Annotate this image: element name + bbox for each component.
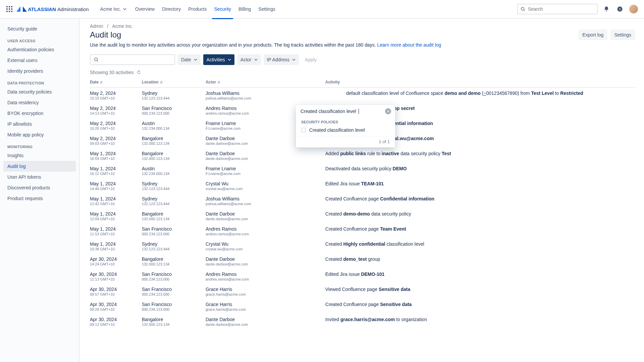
cell-actor: Fname LnameF.Lname@acme.com bbox=[206, 163, 325, 178]
sidebar: Security guide USER ACCESSAuthentication… bbox=[0, 19, 80, 362]
nav-tab-products[interactable]: Products bbox=[185, 5, 210, 13]
sidebar-item-byok-encryption[interactable]: BYOK encryption bbox=[0, 108, 79, 119]
cell-date: May 2, 202415:10 GMT+10 bbox=[90, 87, 142, 103]
sidebar-item-mobile-app-policy[interactable]: Mobile app policy bbox=[0, 129, 79, 140]
table-row[interactable]: Apr 30, 202414:24 GMT+10Bangalore132.000… bbox=[90, 254, 635, 269]
sidebar-item-data-security-policies[interactable]: Data security policies bbox=[0, 86, 79, 97]
col-location[interactable]: Location⇵ bbox=[142, 77, 206, 87]
filter-actor[interactable]: Actor bbox=[237, 54, 261, 65]
sidebar-item-identity-providers[interactable]: Identity providers bbox=[0, 66, 79, 76]
nav-tab-overview[interactable]: Overview bbox=[132, 5, 158, 13]
notifications-icon[interactable] bbox=[602, 5, 610, 13]
breadcrumb-org[interactable]: Acme Inc. bbox=[112, 23, 133, 29]
table-row[interactable]: May 1, 202414:48 GMT+10Sydney132.123.123… bbox=[90, 178, 635, 193]
cell-location: San Francisco000.234.123.000 bbox=[142, 103, 206, 118]
cell-actor: Dante Darboedante.darboe@acme.com bbox=[206, 254, 325, 269]
activities-search-input[interactable] bbox=[300, 108, 360, 114]
filter-ip[interactable]: IP Address bbox=[264, 54, 299, 65]
table-row[interactable]: May 1, 202416:59 GMT+10Bangalore132.000.… bbox=[90, 148, 635, 163]
cell-actor: Crystal Wucrystal.wu@acme.com bbox=[206, 178, 325, 193]
cell-activity: Added public links rule to inactive data… bbox=[325, 148, 635, 163]
table-row[interactable]: May 1, 202412:04 GMT+10Bangalore132.000.… bbox=[90, 208, 635, 224]
table-row[interactable]: Apr 30, 202409:57 GMT+10San Francisco000… bbox=[90, 284, 635, 299]
cell-activity: Created Confluence page Team Event bbox=[325, 224, 635, 239]
cell-actor: Dante Darboedante.darboe@acme.com bbox=[206, 148, 325, 163]
cell-activity: Edited Jira issue TEAM-101 bbox=[325, 178, 635, 193]
nav-tab-settings[interactable]: Settings bbox=[255, 5, 279, 13]
sidebar-item-data-residency[interactable]: Data residency bbox=[0, 97, 79, 108]
sidebar-item-ip-allowlists[interactable]: IP allowlists bbox=[0, 119, 79, 129]
table-row[interactable]: Apr 30, 202411:13 GMT+10San Francisco000… bbox=[90, 269, 635, 284]
cell-activity: Deactivated data security policy DEMO bbox=[325, 163, 635, 178]
settings-button[interactable]: Settings bbox=[610, 29, 635, 40]
cell-location: Sydney132.123.123.444 bbox=[142, 193, 206, 208]
brand-text: ATLASSIAN Administration bbox=[28, 6, 89, 12]
table-row[interactable]: Apr 30, 202409:28 GMT+10San Francisco000… bbox=[90, 299, 635, 314]
cell-location: San Francisco000.234.123.000 bbox=[142, 284, 206, 299]
sidebar-item-product-requests[interactable]: Product requests bbox=[0, 193, 79, 204]
cell-date: May 1, 202414:48 GMT+10 bbox=[90, 178, 142, 193]
sidebar-item-discovered-products[interactable]: Discovered products bbox=[0, 182, 79, 193]
col-actor[interactable]: Actor⇵ bbox=[206, 77, 325, 87]
table-row[interactable]: May 1, 202411:53 GMT+10San Francisco000.… bbox=[90, 224, 635, 239]
table-row[interactable]: Apr 30, 202409:12 GMT+10Bangalore132.000… bbox=[90, 314, 635, 329]
svg-point-3 bbox=[95, 58, 98, 61]
breadcrumb-admin[interactable]: Admin bbox=[90, 23, 103, 29]
cell-actor: Joshua Williamsjoshua.williams@acme.com bbox=[206, 193, 325, 208]
nav-tab-security[interactable]: Security bbox=[211, 5, 234, 13]
cell-location: Bangalore132.000.123.134 bbox=[142, 254, 206, 269]
checkbox-icon[interactable] bbox=[301, 128, 306, 132]
sidebar-item-user-api-tokens[interactable]: User API tokens bbox=[0, 172, 79, 182]
global-search[interactable] bbox=[517, 4, 598, 14]
filter-date[interactable]: Date bbox=[178, 54, 201, 65]
cell-actor: Crystal Wucrystal.wu@acme.com bbox=[206, 239, 325, 254]
brand-logo[interactable]: ATLASSIAN Administration bbox=[17, 6, 89, 12]
sidebar-group: MONITORING bbox=[0, 140, 79, 150]
global-search-input[interactable] bbox=[527, 6, 594, 12]
cell-actor: Andres Ramosandres.ramos@acme.com bbox=[206, 224, 325, 239]
org-switcher[interactable]: Acme Inc. bbox=[98, 5, 128, 13]
filter-search-input[interactable] bbox=[99, 57, 171, 63]
cell-date: Apr 30, 202409:12 GMT+10 bbox=[90, 314, 142, 329]
page-title: Audit log bbox=[90, 30, 578, 40]
cell-activity: Invited grace.harris@acme.com to organiz… bbox=[325, 314, 635, 329]
sidebar-item-security-guide[interactable]: Security guide bbox=[0, 23, 79, 34]
cell-date: May 1, 202410:38 GMT+10 bbox=[90, 239, 142, 254]
table-row[interactable]: May 1, 202416:12 GMT+10Austin132.234.000… bbox=[90, 163, 635, 178]
sidebar-item-external-users[interactable]: External users bbox=[0, 55, 79, 66]
cell-date: May 2, 202414:13 GMT+10 bbox=[90, 103, 142, 118]
cell-activity: default classification level of Confluen… bbox=[325, 87, 635, 103]
learn-more-link[interactable]: Learn more about the audit log bbox=[377, 42, 441, 48]
activities-dropdown: ✕ SECURITY POLICIES Created classificati… bbox=[296, 105, 395, 147]
filter-search[interactable] bbox=[90, 54, 175, 65]
table-row[interactable]: May 1, 202410:38 GMT+10Sydney132.123.123… bbox=[90, 239, 635, 254]
col-activity: Activity bbox=[325, 77, 635, 87]
table-row[interactable]: May 2, 202415:10 GMT+10Sydney132.123.123… bbox=[90, 87, 635, 103]
sidebar-item-authentication-policies[interactable]: Authentication policies bbox=[0, 44, 79, 55]
help-icon[interactable]: ? bbox=[616, 5, 624, 13]
nav-tab-billing[interactable]: Billing bbox=[235, 5, 254, 13]
cell-location: San Francisco000.234.123.000 bbox=[142, 269, 206, 284]
export-log-button[interactable]: Export log bbox=[578, 29, 607, 40]
dropdown-option[interactable]: Created classification level bbox=[296, 125, 395, 135]
cell-location: Bangalore132.000.123.134 bbox=[142, 208, 206, 224]
cell-location: Austin132.234.000.134 bbox=[142, 163, 206, 178]
table-row[interactable]: May 1, 202412:42 GMT+10Sydney132.123.123… bbox=[90, 193, 635, 208]
app-switcher-icon[interactable] bbox=[5, 5, 13, 13]
dropdown-group-label: SECURITY POLICIES bbox=[296, 118, 395, 125]
cell-actor: Grace Harrisgrace.harris@acme.com bbox=[206, 284, 325, 299]
cell-location: San Francisco000.234.123.000 bbox=[142, 224, 206, 239]
nav-tab-directory[interactable]: Directory bbox=[159, 5, 184, 13]
refresh-icon[interactable] bbox=[137, 70, 141, 75]
cell-activity: Created demo_test group bbox=[325, 254, 635, 269]
profile-avatar[interactable] bbox=[629, 5, 638, 13]
chevron-down-icon bbox=[292, 58, 296, 61]
filter-activities[interactable]: Activities bbox=[203, 54, 234, 65]
clear-icon[interactable]: ✕ bbox=[385, 108, 391, 114]
col-date[interactable]: Date⇵ bbox=[90, 77, 142, 87]
text-cursor bbox=[359, 109, 359, 114]
cell-activity: Created Highly confidential classificati… bbox=[325, 239, 635, 254]
cell-activity: Created demo-demo data security policy bbox=[325, 208, 635, 224]
sidebar-item-insights[interactable]: Insights bbox=[0, 150, 79, 161]
sidebar-item-audit-log[interactable]: Audit log bbox=[3, 161, 76, 172]
